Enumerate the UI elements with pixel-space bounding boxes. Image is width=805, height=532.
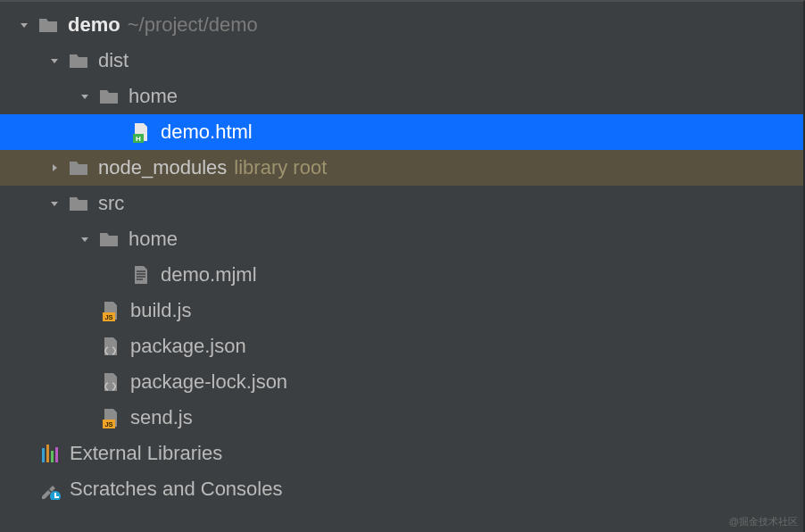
folder-icon	[68, 50, 89, 71]
folder-icon	[37, 14, 59, 36]
tree-scratches-consoles[interactable]: Scratches and Consoles	[0, 471, 805, 507]
tree-file-build-js[interactable]: build.js	[0, 293, 805, 328]
json-file-icon	[100, 336, 121, 357]
tree-file-demo-mjml[interactable]: demo.mjml	[0, 257, 805, 293]
watermark: @掘金技术社区	[729, 515, 798, 528]
tree-file-demo-html[interactable]: demo.html	[0, 114, 805, 150]
js-file-icon	[100, 300, 121, 321]
tree-folder-dist[interactable]: dist	[0, 43, 805, 79]
folder-icon	[68, 193, 89, 214]
chevron-right-icon[interactable]	[46, 162, 62, 173]
chevron-down-icon[interactable]	[46, 55, 62, 66]
folder-icon	[98, 86, 120, 107]
folder-icon	[68, 157, 89, 179]
tree-folder-dist-home[interactable]: home	[0, 79, 805, 114]
tree-folder-src[interactable]: src	[0, 186, 805, 221]
root-name: demo	[68, 7, 120, 43]
tree-file-send-js[interactable]: send.js	[0, 400, 805, 436]
file-label: build.js	[130, 293, 191, 328]
root-path: ~/project/demo	[128, 7, 258, 43]
tree-folder-node-modules[interactable]: node_modules library root	[0, 150, 805, 186]
file-label: send.js	[130, 400, 193, 436]
folder-icon	[98, 229, 120, 250]
folder-label: src	[98, 186, 124, 221]
html-file-icon	[130, 121, 152, 143]
file-label: demo.html	[161, 114, 253, 150]
tree-file-package-json[interactable]: package.json	[0, 328, 805, 364]
file-label: demo.mjml	[161, 257, 257, 293]
file-label: package.json	[130, 328, 246, 364]
project-tree[interactable]: demo ~/project/demo dist home demo.html …	[0, 0, 805, 507]
tree-file-package-lock-json[interactable]: package-lock.json	[0, 364, 805, 400]
label: External Libraries	[70, 436, 222, 471]
chevron-down-icon[interactable]	[77, 234, 93, 245]
file-label: package-lock.json	[130, 364, 287, 400]
js-file-icon	[100, 407, 121, 428]
generic-file-icon	[130, 264, 152, 286]
external-libraries-icon	[39, 443, 61, 464]
folder-label: node_modules	[98, 150, 227, 186]
scratches-icon	[39, 478, 61, 500]
tree-folder-src-home[interactable]: home	[0, 221, 805, 257]
chevron-down-icon[interactable]	[46, 198, 62, 209]
folder-label: home	[129, 79, 178, 114]
folder-label: home	[129, 221, 178, 257]
tree-root-demo[interactable]: demo ~/project/demo	[0, 7, 805, 43]
library-root-tag: library root	[234, 150, 327, 186]
tree-external-libraries[interactable]: External Libraries	[0, 436, 805, 471]
json-file-icon	[100, 371, 121, 393]
chevron-down-icon[interactable]	[16, 20, 32, 30]
folder-label: dist	[98, 43, 129, 79]
chevron-down-icon[interactable]	[77, 91, 93, 102]
label: Scratches and Consoles	[70, 471, 282, 507]
